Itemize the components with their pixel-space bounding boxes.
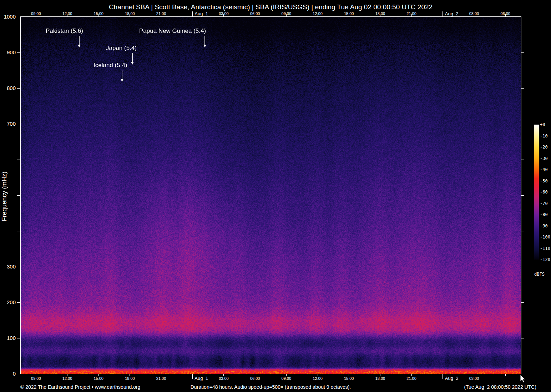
x-tick-label-top: 09:00: [282, 11, 292, 16]
event-arrow-icon: [203, 36, 207, 50]
colorbar-tick-label: -30: [540, 156, 548, 161]
x-day-label-top: Aug 2: [445, 11, 459, 16]
colorbar-tick-label: -80: [540, 212, 548, 217]
y-tick-label: 300: [0, 263, 16, 270]
colorbar-tick-label: -120: [540, 257, 550, 262]
x-tick-label-bottom: 06:00: [250, 376, 260, 381]
event-arrow-icon: [130, 53, 135, 67]
y-tick-right: [521, 52, 524, 53]
event-label: Pakistan (5.6): [46, 27, 83, 35]
figure-title: Channel SBA | Scott Base, Antarctica (se…: [20, 3, 521, 11]
x-tick-label-top: 15:00: [344, 11, 354, 16]
x-tick-label-top: 03:00: [219, 11, 229, 16]
y-tick-right: [521, 17, 524, 17]
event-arrow-icon: [77, 36, 81, 50]
y-tick-left: [17, 88, 20, 89]
x-tick-label-bottom: 03:00: [469, 376, 479, 381]
top-axis-line: [20, 16, 521, 17]
colorbar-tick-label: -100: [540, 235, 550, 240]
x-tick-label-top: 21:00: [406, 11, 416, 16]
event-arrow-icon: [120, 70, 124, 84]
event-label: Papua New Guinea (5.4): [139, 27, 206, 35]
x-tick-label-top: 18:00: [125, 11, 135, 16]
y-tick-label: 200: [0, 299, 16, 305]
y-tick-left: [17, 338, 20, 338]
x-day-label-bottom: Aug 1: [194, 376, 208, 381]
y-tick-left: [17, 374, 20, 374]
x-tick-label-top: 12:00: [313, 11, 323, 16]
x-tick-label-bottom: 15:00: [93, 376, 103, 381]
y-tick-left: [17, 267, 20, 267]
colorbar-tick-label: -110: [540, 246, 550, 251]
mouse-cursor-icon: [520, 375, 526, 384]
colorbar-gradient: [534, 125, 539, 260]
spectrogram-figure: Channel SBA | Scott Base, Antarctica (se…: [0, 0, 551, 392]
y-tick-left: [17, 160, 20, 160]
x-tick-label-bottom: 12:00: [62, 376, 72, 381]
colorbar-tick-label: -90: [540, 223, 548, 228]
x-tick-bottom: [192, 374, 193, 379]
x-tick-top: [192, 11, 193, 16]
x-tick-label-bottom: 15:00: [344, 376, 354, 381]
y-tick-label: 100: [0, 335, 16, 341]
y-tick-left: [17, 195, 20, 196]
x-day-label-top: Aug 1: [194, 11, 208, 16]
y-tick-right: [521, 302, 524, 303]
y-tick-left: [17, 52, 20, 53]
y-tick-right: [521, 124, 524, 124]
x-tick-label-bottom: 21:00: [406, 376, 416, 381]
colorbar-tick-label: -40: [540, 167, 548, 172]
x-tick-label-top: 03:00: [469, 11, 479, 16]
y-axis-title: Frequency (mHz): [1, 171, 9, 221]
left-axis-line: [20, 16, 21, 374]
event-label: Iceland (5.4): [93, 62, 127, 69]
y-tick-right: [521, 195, 524, 196]
x-tick-label-top: 12:00: [62, 11, 72, 16]
y-tick-label: 800: [0, 85, 16, 91]
x-tick-label-bottom: 09:00: [31, 376, 41, 381]
y-tick-left: [17, 124, 20, 124]
x-tick-label-top: 06:00: [500, 11, 510, 16]
spectrogram-canvas: [20, 17, 521, 374]
y-tick-label: 0: [0, 371, 16, 377]
colorbar-unit: dBFS: [534, 272, 545, 277]
x-tick-label-bottom: 12:00: [313, 376, 323, 381]
x-tick-label-top: 06:00: [250, 11, 260, 16]
y-tick-right: [521, 267, 524, 267]
y-tick-right: [521, 338, 524, 338]
y-tick-right: [521, 160, 524, 160]
x-tick-label-top: 18:00: [375, 11, 385, 16]
colorbar-tick-label: -60: [540, 190, 548, 195]
y-tick-label: 1000: [0, 14, 16, 20]
y-tick-label: 900: [0, 49, 16, 55]
footer-timestamp: (Tue Aug 2 08:00:50 2022 UTC): [464, 384, 536, 390]
colorbar-tick-label: -50: [540, 179, 548, 184]
x-tick-label-top: 15:00: [93, 11, 103, 16]
x-tick-bottom: [443, 374, 443, 379]
y-tick-left: [17, 17, 20, 17]
x-day-label-bottom: Aug 2: [445, 376, 459, 381]
x-tick-label-bottom: 21:00: [156, 376, 166, 381]
colorbar-tick-label: +0: [540, 122, 545, 127]
x-tick-label-bottom: 03:00: [219, 376, 229, 381]
x-tick-label-bottom: 09:00: [282, 376, 292, 381]
x-tick-top: [443, 11, 443, 16]
x-tick-label-bottom: 18:00: [375, 376, 385, 381]
y-tick-left: [17, 302, 20, 303]
y-tick-right: [521, 231, 524, 231]
y-tick-label: 700: [0, 121, 16, 127]
x-tick-label-top: 21:00: [156, 11, 166, 16]
bottom-axis-line: [20, 374, 524, 374]
x-tick-bottom: [505, 374, 506, 376]
y-tick-right: [521, 88, 524, 89]
x-tick-label-bottom: 18:00: [125, 376, 135, 381]
colorbar-tick-label: -70: [540, 201, 548, 206]
colorbar-tick-label: -10: [540, 134, 548, 139]
y-tick-left: [17, 231, 20, 231]
y-tick-right: [521, 374, 524, 374]
footer-duration: Duration=48 hours. Audio speed-up=500× (…: [20, 384, 521, 390]
event-label: Japan (5.4): [106, 45, 137, 52]
colorbar-tick-label: -20: [540, 145, 548, 150]
x-tick-label-top: 09:00: [31, 11, 41, 16]
